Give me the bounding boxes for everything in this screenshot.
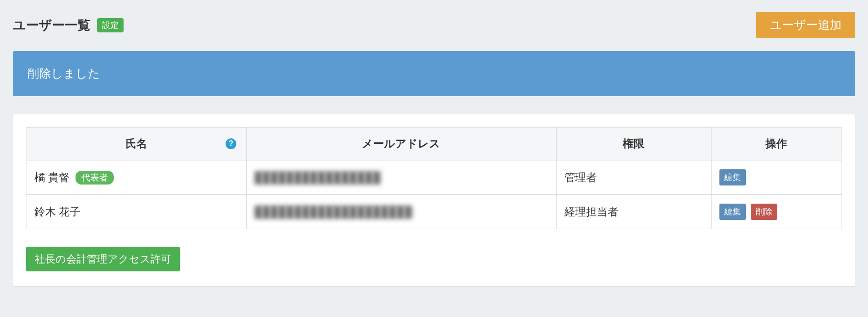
- cell-role: 経理担当者: [556, 195, 711, 229]
- user-panel: 氏名 ? メールアドレス 権限 操作 橘 貴督 代表者 ████████████…: [13, 114, 855, 287]
- user-table: 氏名 ? メールアドレス 権限 操作 橘 貴督 代表者 ████████████…: [26, 127, 842, 229]
- col-header-email: メールアドレス: [247, 128, 557, 160]
- edit-button[interactable]: 編集: [719, 204, 746, 220]
- table-header-row: 氏名 ? メールアドレス 権限 操作: [26, 128, 842, 160]
- alert-message: 削除しました: [27, 67, 100, 80]
- edit-button[interactable]: 編集: [719, 169, 746, 185]
- table-row: 橘 貴督 代表者 ████████████████ 管理者 編集: [26, 160, 842, 195]
- alert-banner: 削除しました: [13, 51, 855, 96]
- settings-badge[interactable]: 設定: [97, 18, 124, 32]
- cell-name: 橘 貴督 代表者: [26, 160, 247, 195]
- cell-email: ████████████████: [247, 160, 557, 195]
- delete-button[interactable]: 削除: [751, 204, 777, 220]
- representative-badge: 代表者: [76, 171, 114, 185]
- access-permission-button[interactable]: 社長の会計管理アクセス許可: [26, 247, 180, 271]
- help-icon[interactable]: ?: [226, 138, 236, 149]
- user-name: 鈴木 花子: [34, 205, 80, 219]
- col-header-name-label: 氏名: [126, 137, 147, 150]
- col-header-role: 権限: [556, 128, 711, 160]
- add-user-button[interactable]: ユーザー追加: [756, 12, 855, 38]
- col-header-action: 操作: [711, 128, 842, 160]
- cell-role: 管理者: [556, 160, 711, 195]
- user-name: 橘 貴督: [34, 170, 70, 185]
- col-header-name: 氏名 ?: [26, 128, 247, 160]
- user-email: ████████████████: [255, 171, 381, 184]
- cell-email: ████████████████████: [247, 195, 557, 229]
- user-email: ████████████████████: [255, 206, 412, 218]
- page-header: ユーザー一覧 設定 ユーザー追加: [13, 12, 855, 38]
- header-left: ユーザー一覧 設定: [13, 17, 124, 34]
- cell-action: 編集: [711, 160, 842, 195]
- page-title: ユーザー一覧: [13, 17, 90, 34]
- cell-name: 鈴木 花子: [26, 195, 247, 229]
- cell-action: 編集 削除: [711, 195, 842, 229]
- table-row: 鈴木 花子 ████████████████████ 経理担当者 編集 削除: [26, 195, 842, 229]
